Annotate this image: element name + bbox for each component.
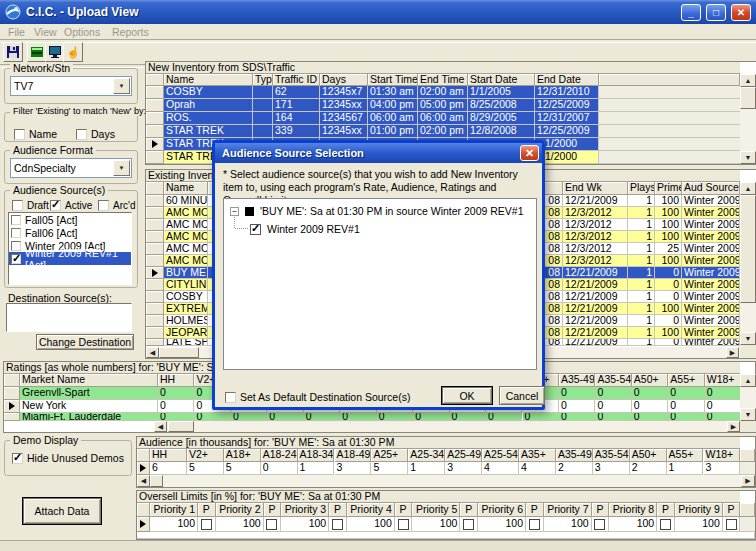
- toolbar-monitor-button[interactable]: [45, 42, 65, 62]
- new-inventory-cell[interactable]: 12/8/2008: [468, 125, 535, 138]
- rating-value-cell[interactable]: 0: [304, 413, 340, 421]
- row-selector[interactable]: [146, 267, 164, 279]
- row-selector[interactable]: [4, 413, 20, 421]
- existing-inventory-cell[interactable]: 12/21/2009: [563, 303, 628, 315]
- new-inventory-cell[interactable]: 02:00 pm: [418, 125, 468, 138]
- existing-inventory-cell[interactable]: 12/3/2012: [563, 231, 628, 243]
- existing-inventory-cell[interactable]: 12/21/2009: [563, 195, 628, 207]
- row-selector[interactable]: [4, 400, 20, 413]
- oversell-value-cell[interactable]: 100: [412, 517, 460, 532]
- row-selector[interactable]: [146, 219, 164, 231]
- oversell-value-cell[interactable]: 100: [150, 517, 198, 532]
- rating-value-cell[interactable]: 0: [559, 413, 595, 421]
- row-selector[interactable]: [146, 207, 164, 219]
- scrollbar-thumb[interactable]: [150, 475, 163, 487]
- scrollbar-thumb[interactable]: [740, 87, 756, 109]
- tree-node[interactable]: − 'BUY ME': Sa at 01:30 PM in source Win…: [230, 205, 524, 217]
- rating-value-cell[interactable]: 0: [158, 387, 194, 400]
- existing-inventory-cell[interactable]: 12/21/2009: [563, 291, 628, 303]
- row-selector[interactable]: [146, 339, 164, 346]
- existing-inventory-cell[interactable]: HOLMES: [164, 315, 208, 327]
- scrollbar-track[interactable]: [740, 387, 756, 408]
- row-selector[interactable]: [137, 462, 150, 475]
- row-selector[interactable]: [146, 303, 164, 315]
- audience-source-item[interactable]: Fall06 [Act]: [9, 226, 131, 239]
- scroll-up-arrow[interactable]: ▲: [740, 182, 756, 195]
- existing-inventory-cell[interactable]: Winter 2009 F: [682, 267, 740, 279]
- new-inventory-cell[interactable]: 12/25/2009: [535, 125, 599, 138]
- rating-value-cell[interactable]: 0: [413, 413, 449, 421]
- existing-inventory-cell[interactable]: BUY ME: [164, 267, 208, 279]
- priority-checkbox[interactable]: [201, 519, 212, 530]
- new-inventory-cell[interactable]: ROS.: [164, 112, 253, 125]
- row-selector[interactable]: [146, 291, 164, 303]
- existing-inventory-cell[interactable]: Winter 2009 F: [682, 339, 740, 346]
- new-inventory-cell[interactable]: COSBY: [164, 86, 253, 99]
- priority-checkbox[interactable]: [594, 519, 605, 530]
- audience-value-cell[interactable]: 4: [519, 462, 556, 475]
- audience-value-cell[interactable]: 0: [261, 462, 298, 475]
- priority-checkbox[interactable]: [266, 519, 277, 530]
- oversell-value-cell[interactable]: 100: [478, 517, 526, 532]
- row-selector[interactable]: [146, 112, 164, 125]
- audience-source-item[interactable]: Fall05 [Act]: [9, 213, 131, 226]
- oversell-value-cell[interactable]: 100: [609, 517, 657, 532]
- hide-unused-demos-checkbox[interactable]: Hide Unused Demos: [12, 452, 124, 464]
- rating-value-cell[interactable]: 0: [705, 387, 741, 400]
- scrollbar-thumb[interactable]: [159, 347, 199, 358]
- market-name-cell[interactable]: Miami-Ft. Lauderdale: [20, 413, 158, 421]
- existing-inventory-cell[interactable]: 1: [628, 339, 655, 346]
- existing-inventory-cell[interactable]: 12/21/2009: [563, 267, 628, 279]
- rating-value-cell[interactable]: 0: [595, 413, 631, 421]
- new-inventory-cell[interactable]: 04:00 pm: [368, 99, 418, 112]
- existing-inventory-cell[interactable]: 100: [655, 195, 682, 207]
- oversell-value-cell[interactable]: 100: [216, 517, 264, 532]
- source-tree[interactable]: − 'BUY ME': Sa at 01:30 PM in source Win…: [223, 198, 537, 370]
- collapse-icon[interactable]: −: [230, 207, 239, 216]
- priority-checkbox[interactable]: [529, 519, 540, 530]
- existing-inventory-cell[interactable]: AMC MOV: [164, 207, 208, 219]
- scroll-up-arrow[interactable]: ▲: [740, 74, 756, 87]
- existing-inventory-cell[interactable]: 60 MINUT: [164, 195, 208, 207]
- existing-inventory-cell[interactable]: LATE SP: [164, 339, 208, 346]
- priority-checkbox[interactable]: [660, 519, 671, 530]
- audience-value-cell[interactable]: 2: [630, 462, 667, 475]
- row-selector[interactable]: [146, 231, 164, 243]
- audience-value-cell[interactable]: 3: [593, 462, 630, 475]
- rating-value-cell[interactable]: 0: [340, 413, 376, 421]
- new-inventory-cell[interactable]: 12/31/2007: [535, 112, 599, 125]
- row-selector[interactable]: [146, 315, 164, 327]
- existing-inventory-cell[interactable]: 12/21/2009: [563, 279, 628, 291]
- new-inventory-cell[interactable]: 05:00 pm: [418, 99, 468, 112]
- audience-format-combobox[interactable]: CdnSpecialty ▼: [10, 158, 132, 178]
- rating-value-cell[interactable]: 0: [632, 400, 668, 413]
- new-inventory-cell[interactable]: 8/29/2005: [468, 112, 535, 125]
- scroll-right-arrow[interactable]: ▶: [727, 421, 740, 432]
- row-selector[interactable]: [146, 86, 164, 99]
- new-inventory-cell[interactable]: 171: [273, 99, 320, 112]
- new-inventory-cell[interactable]: 12/31/2010: [535, 86, 599, 99]
- checkbox-box[interactable]: [11, 241, 21, 251]
- new-inventory-cell[interactable]: 06:00 am: [418, 112, 468, 125]
- oversell-value-cell[interactable]: 100: [347, 517, 395, 532]
- rating-value-cell[interactable]: 0: [267, 413, 303, 421]
- audience-value-cell[interactable]: 1: [667, 462, 704, 475]
- row-selector[interactable]: [146, 255, 164, 267]
- chevron-down-icon[interactable]: ▼: [113, 78, 130, 94]
- scroll-left-arrow[interactable]: ◀: [154, 421, 167, 432]
- new-inventory-cell[interactable]: 339: [273, 125, 320, 138]
- new-inventory-cell[interactable]: 1234567: [320, 112, 368, 125]
- rating-value-cell[interactable]: 0: [194, 413, 230, 421]
- existing-inventory-cell[interactable]: 100: [655, 231, 682, 243]
- source-filter-checkbox-2[interactable]: Arc'd: [98, 200, 135, 211]
- existing-inventory-cell[interactable]: Winter 2009 F: [682, 207, 740, 219]
- existing-inventory-cell[interactable]: 100: [655, 303, 682, 315]
- scroll-left-arrow[interactable]: ◀: [137, 475, 150, 487]
- scroll-right-arrow[interactable]: ▶: [726, 347, 739, 358]
- new-inventory-cell[interactable]: 164: [273, 112, 320, 125]
- change-destination-button[interactable]: Change Destination: [36, 334, 134, 350]
- rating-value-cell[interactable]: 0: [595, 400, 631, 413]
- existing-inventory-cell[interactable]: 12/3/2012: [563, 255, 628, 267]
- audience-value-cell[interactable]: 5: [371, 462, 408, 475]
- audience-value-cell[interactable]: 2: [556, 462, 593, 475]
